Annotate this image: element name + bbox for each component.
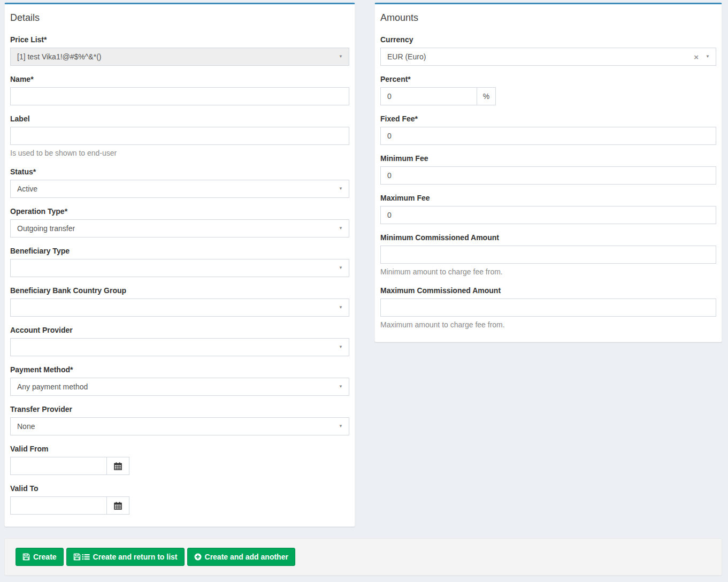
name-label: Name*: [10, 74, 349, 85]
beneficiary-bank-country-group-label: Beneficiary Bank Country Group: [10, 285, 349, 296]
valid-to-label: Valid To: [10, 483, 349, 494]
account-provider-group: Account Provider ▼: [10, 325, 349, 356]
amounts-column: Amounts Currency EUR (Euro) × ▼ Percent*…: [374, 3, 722, 342]
account-provider-label: Account Provider: [10, 325, 349, 335]
list-icon: [82, 553, 90, 561]
create-button[interactable]: Create: [16, 548, 64, 566]
name-input[interactable]: [10, 87, 349, 105]
operation-type-select-value: Outgoing transfer: [17, 224, 75, 233]
transfer-provider-select-value: None: [17, 422, 35, 431]
fixed-fee-group: Fixed Fee*: [380, 113, 716, 145]
details-panel: Details Price List* [1] test Vika1!@#$%^…: [4, 3, 355, 527]
chevron-down-icon: ▼: [339, 187, 343, 191]
plus-circle-icon: [194, 553, 202, 561]
payment-method-select-value: Any payment method: [17, 382, 88, 391]
form-actions-bar: Create Create and return to list: [4, 538, 722, 576]
valid-from-label: Valid From: [10, 443, 349, 454]
valid-from-group: Valid From: [10, 443, 349, 475]
chevron-down-icon: ▼: [706, 55, 710, 59]
save-icon: [22, 553, 30, 561]
maximum-commissioned-amount-input[interactable]: [380, 298, 716, 317]
currency-group: Currency EUR (Euro) × ▼: [380, 34, 716, 66]
clear-icon[interactable]: ×: [694, 53, 699, 61]
beneficiary-type-select[interactable]: ▼: [10, 259, 349, 277]
beneficiary-bank-country-group-select[interactable]: ▼: [10, 298, 349, 317]
status-select-value: Active: [17, 185, 37, 193]
create-and-add-another-button-label: Create and add another: [205, 552, 288, 562]
maximum-commissioned-amount-label: Maximum Commissioned Amount: [380, 285, 716, 296]
operation-type-group: Operation Type* Outgoing transfer ▼: [10, 206, 349, 238]
create-and-add-another-button[interactable]: Create and add another: [187, 548, 295, 566]
valid-from-datepicker-button[interactable]: [107, 457, 129, 475]
transfer-provider-select[interactable]: None ▼: [10, 417, 349, 435]
chevron-down-icon: ▼: [339, 226, 343, 231]
valid-to-input[interactable]: [10, 496, 107, 515]
payment-method-group: Payment Method* Any payment method ▼: [10, 364, 349, 396]
maximum-commissioned-amount-help-text: Maximum amount to charge fee from.: [380, 319, 716, 330]
percent-addon: %: [477, 87, 496, 105]
minimum-fee-group: Minimum Fee: [380, 153, 716, 185]
percent-input[interactable]: [380, 87, 477, 105]
details-panel-header: Details: [5, 4, 355, 28]
create-button-label: Create: [33, 552, 57, 562]
maximum-fee-input[interactable]: [380, 206, 716, 224]
operation-type-label: Operation Type*: [10, 206, 349, 217]
currency-select[interactable]: EUR (Euro) × ▼: [380, 48, 716, 66]
save-icon: [73, 553, 81, 561]
maximum-fee-label: Maximum Fee: [380, 193, 716, 203]
details-panel-title: Details: [10, 12, 40, 23]
beneficiary-type-group: Beneficiary Type ▼: [10, 246, 349, 277]
form-columns: Details Price List* [1] test Vika1!@#$%^…: [4, 3, 722, 527]
valid-to-input-group: [10, 496, 349, 515]
minimum-commissioned-amount-help-text: Minimum amount to charge fee from.: [380, 266, 716, 277]
calendar-icon: [114, 502, 122, 510]
minimum-fee-label: Minimum Fee: [380, 153, 716, 164]
valid-from-input[interactable]: [10, 457, 107, 475]
account-provider-select[interactable]: ▼: [10, 338, 349, 356]
beneficiary-type-label: Beneficiary Type: [10, 246, 349, 256]
calendar-icon: [114, 462, 122, 470]
details-column: Details Price List* [1] test Vika1!@#$%^…: [4, 3, 355, 527]
percent-input-group: %: [380, 87, 716, 105]
beneficiary-bank-country-group-group: Beneficiary Bank Country Group ▼: [10, 285, 349, 317]
maximum-fee-group: Maximum Fee: [380, 193, 716, 224]
create-and-return-button[interactable]: Create and return to list: [66, 548, 185, 566]
chevron-down-icon: ▼: [339, 55, 343, 59]
payment-method-select[interactable]: Any payment method ▼: [10, 378, 349, 396]
amounts-panel-title: Amounts: [380, 12, 418, 23]
amounts-panel: Amounts Currency EUR (Euro) × ▼ Percent*…: [374, 3, 722, 342]
valid-to-datepicker-button[interactable]: [107, 496, 129, 515]
price-list-select: [1] test Vika1!@#$%^&*() ▼: [10, 48, 349, 66]
label-help-text: Is used to be shown to end-user: [10, 148, 349, 158]
minimum-commissioned-amount-label: Minimum Commissioned Amount: [380, 232, 716, 243]
percent-label: Percent*: [380, 74, 716, 85]
valid-from-input-group: [10, 457, 349, 475]
minimum-commissioned-amount-group: Minimum Commissioned Amount Minimum amou…: [380, 232, 716, 277]
maximum-commissioned-amount-group: Maximum Commissioned Amount Maximum amou…: [380, 285, 716, 330]
currency-label: Currency: [380, 34, 716, 45]
label-input[interactable]: [10, 127, 349, 145]
amounts-panel-body: Currency EUR (Euro) × ▼ Percent* % Fi: [375, 28, 722, 342]
transfer-provider-group: Transfer Provider None ▼: [10, 404, 349, 435]
minimum-fee-input[interactable]: [380, 166, 716, 185]
operation-type-select[interactable]: Outgoing transfer ▼: [10, 219, 349, 238]
chevron-down-icon: ▼: [339, 385, 343, 389]
status-select[interactable]: Active ▼: [10, 180, 349, 198]
chevron-down-icon: ▼: [339, 305, 343, 310]
price-list-select-value: [1] test Vika1!@#$%^&*(): [17, 52, 101, 61]
chevron-down-icon: ▼: [339, 424, 343, 428]
price-list-label: Price List*: [10, 34, 349, 45]
details-panel-body: Price List* [1] test Vika1!@#$%^&*() ▼ N…: [5, 28, 355, 526]
create-and-return-button-label: Create and return to list: [93, 552, 178, 562]
percent-group: Percent* %: [380, 74, 716, 105]
minimum-commissioned-amount-input[interactable]: [380, 246, 716, 264]
transfer-provider-label: Transfer Provider: [10, 404, 349, 415]
fixed-fee-input[interactable]: [380, 127, 716, 145]
payment-method-label: Payment Method*: [10, 364, 349, 375]
status-group: Status* Active ▼: [10, 166, 349, 198]
currency-select-value: EUR (Euro): [387, 52, 426, 61]
name-group: Name*: [10, 74, 349, 105]
valid-to-group: Valid To: [10, 483, 349, 515]
label-group: Label Is used to be shown to end-user: [10, 113, 349, 158]
amounts-panel-header: Amounts: [375, 4, 722, 28]
